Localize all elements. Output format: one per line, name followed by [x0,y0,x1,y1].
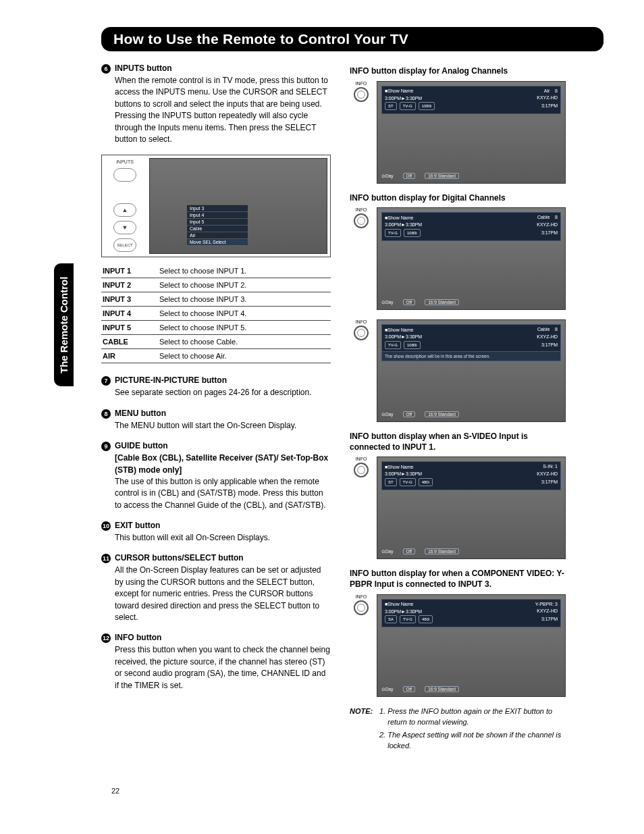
pill-st: ST [385,102,397,110]
badge-8: 8 [101,409,111,419]
item-title: INFO button [115,633,161,642]
pill-res: 480i [419,615,433,623]
channel: 8 [555,88,558,93]
source: Y-PBPR: 3 [535,602,558,607]
info-button-label: INFO [356,207,367,212]
footer-aspect: 16:9 Standard [425,411,459,417]
inputs-table: INPUT 1Select to choose INPUT 1. INPUT 2… [101,264,331,363]
footer-aspect: 16:9 Standard [425,548,459,554]
item-title: INPUTS button [115,63,172,73]
item-title: MENU button [115,409,166,418]
footer-day: Day [385,412,394,417]
footer-off: Off [403,411,416,417]
item-cursor-select-button: 11CURSOR buttons/SELECT button All the O… [101,553,331,623]
table-key: AIR [101,349,158,363]
heading-component: INFO button display for when a COMPONENT… [350,569,566,590]
cursor-up-icon: ▲ [113,203,136,217]
table-key: INPUT 2 [101,278,158,292]
item-body: This button will exit all On-Screen Disp… [115,532,331,544]
footer-day: Day [385,687,394,692]
info-button-label: INFO [356,457,367,461]
item-body: The use of this button is only applicabl… [115,477,326,510]
footer-off: Off [403,299,416,305]
info-display-digital-2: INFO ■Show Name Cable 8 3:00PM►3:30PM KX… [350,319,566,422]
footer-off: Off [403,686,416,692]
section-tab: The Remote Control [54,263,74,386]
table-key: INPUT 3 [101,292,158,307]
item-title: CURSOR buttons/SELECT button [115,553,244,563]
page-number: 22 [111,787,119,795]
channel: 8 [555,327,558,332]
show-name: Show Name [387,465,413,469]
pill-sa: SA [385,615,397,623]
clock: 3:17PM [541,103,558,109]
badge-6: 6 [101,64,111,74]
cursor-down-icon: ▼ [113,221,136,234]
note-item: The Aspect setting will not be shown if … [387,730,566,752]
table-val: Select to choose INPUT 4. [158,307,331,321]
item-body: The MENU button will start the On-Screen… [115,420,331,432]
program-time: 3:00PM►3:30PM [385,334,422,339]
program-time: 3:00PM►3:30PM [385,96,422,101]
menu-hint: Move SEL Select [187,238,248,245]
menu-row: Input 3 [187,205,248,211]
footer-off: Off [403,548,416,554]
show-description: The show description will be in this are… [381,351,561,361]
menu-row: Air [187,232,248,238]
item-subtitle: [Cable Box (CBL), Satellite Receiver (SA… [115,452,331,476]
heading-digital: INFO button display for Digital Channels [350,193,566,204]
source: Cable [537,215,549,219]
info-display-digital-1: INFO ■Show Name Cable 8 3:00PM►3:30PM KX… [350,207,566,310]
item-guide-button: 9GUIDE button [Cable Box (CBL), Satellit… [101,441,331,511]
page-title-bar: How to Use the Remote to Control Your TV [101,27,603,51]
channel: 8 [555,215,558,219]
clock: 3:17PM [541,342,558,348]
pill-res: 480i [419,478,433,486]
station: KXYZ-HD [537,95,558,101]
item-title: EXIT button [115,521,160,530]
badge-11: 11 [101,554,111,563]
table-val: Select to choose Cable. [158,335,331,349]
inputs-screen: Input 3 Input 4 Input 5 Cable Air Move S… [149,158,327,254]
info-button-label: INFO [356,594,367,599]
item-pip-button: 7PICTURE-IN-PICTURE button See separate … [101,375,331,398]
source: S-IN: 1 [543,464,558,469]
footer-day: Day [385,300,394,305]
page-title: How to Use the Remote to Control Your TV [113,31,591,47]
source: Air [544,88,550,93]
footer-day: Day [385,549,394,554]
table-key: INPUT 4 [101,307,158,321]
footer-off: Off [403,173,416,179]
item-body: All the On-Screen Display features can b… [115,565,331,623]
pill-res: 1080i [419,102,435,110]
item-inputs-button: 6 INPUTS button When the remote control … [101,63,331,145]
info-button-icon [354,600,369,615]
item-info-button: 12INFO button Press this button when you… [101,633,331,692]
heading-analog: INFO button display for Analog Channels [350,66,566,77]
station: KXYZ-HD [537,608,558,614]
station: KXYZ-HD [537,222,558,228]
show-name: Show Name [387,602,413,606]
table-val: Select to choose INPUT 3. [158,292,331,307]
item-exit-button: 10EXIT button This button will exit all … [101,521,331,544]
table-key: CABLE [101,335,158,349]
pill-tvg: TV-G [400,615,416,623]
item-menu-button: 8MENU button The MENU button will start … [101,409,331,432]
badge-10: 10 [101,521,111,531]
clock: 3:17PM [541,479,558,485]
footer-aspect: 16:9 Standard [425,686,459,692]
table-val: Select to choose INPUT 1. [158,264,331,278]
badge-12: 12 [101,633,111,643]
inputs-menu-graphic: INPUTS ▲ ▼ SELECT Input 3 Input 4 Input … [101,155,331,257]
note-block: NOTE: Press the INFO button again or the… [350,706,566,755]
item-body: See separate section on pages 24-26 for … [115,387,331,398]
inputs-label: INPUTS [116,159,134,164]
badge-7: 7 [101,376,111,386]
footer-aspect: 16:9 Standard [425,173,459,179]
clock: 3:17PM [541,617,558,622]
info-button-label: INFO [356,319,367,324]
note-item: Press the INFO button again or the EXIT … [387,706,566,728]
table-key: INPUT 1 [101,264,158,278]
pill-tvg: TV-G [385,341,401,349]
pill-st: ST [385,478,397,486]
